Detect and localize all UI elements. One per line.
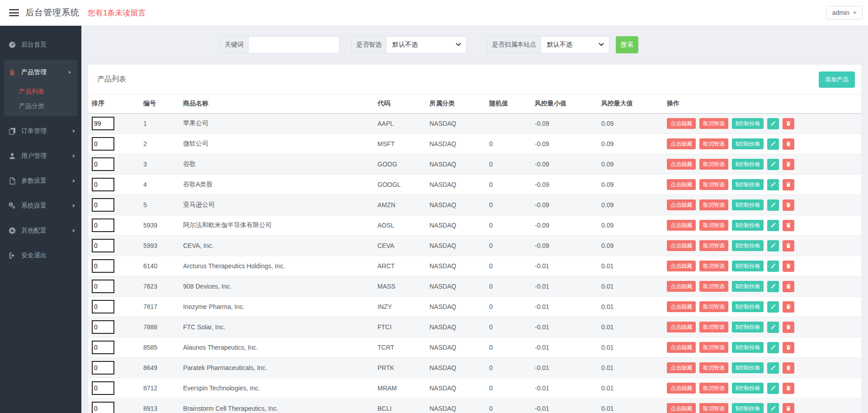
site-select[interactable]: 默认不选 — [541, 37, 609, 53]
hide-button[interactable]: 点击隐藏 — [667, 220, 696, 231]
cancel-smart-button[interactable]: 取消智选 — [699, 403, 728, 413]
edit-button[interactable] — [767, 118, 779, 129]
control-price-button[interactable]: $控制价格 — [732, 362, 764, 373]
control-price-button[interactable]: $控制价格 — [732, 220, 764, 231]
sidebar-item-product-management[interactable]: B 产品管理 — [4, 60, 77, 85]
delete-button[interactable] — [783, 322, 794, 333]
cancel-smart-button[interactable]: 取消智选 — [699, 240, 728, 251]
add-product-button[interactable]: 添加产品 — [819, 71, 855, 88]
sort-input[interactable] — [92, 117, 114, 130]
delete-button[interactable] — [783, 281, 794, 292]
hide-button[interactable]: 点击隐藏 — [667, 362, 696, 373]
sort-input[interactable] — [92, 300, 114, 313]
sort-input[interactable] — [92, 402, 114, 413]
sort-input[interactable] — [92, 239, 114, 252]
edit-button[interactable] — [767, 199, 779, 211]
delete-button[interactable] — [783, 138, 794, 150]
hide-button[interactable]: 点击隐藏 — [667, 403, 696, 413]
edit-button[interactable] — [767, 179, 779, 190]
cancel-smart-button[interactable]: 取消智选 — [699, 138, 728, 149]
edit-button[interactable] — [767, 138, 779, 150]
hide-button[interactable]: 点击隐藏 — [667, 159, 696, 170]
search-button[interactable]: 搜索 — [616, 36, 638, 53]
delete-button[interactable] — [783, 342, 794, 353]
sidebar-item-dashboard[interactable]: 后台首页 — [0, 32, 81, 57]
cancel-smart-button[interactable]: 取消智选 — [699, 322, 728, 332]
cancel-smart-button[interactable]: 取消智选 — [699, 199, 728, 210]
sidebar-item-user-management[interactable]: 用户管理 — [0, 143, 81, 168]
control-price-button[interactable]: $控制价格 — [732, 118, 764, 129]
hide-button[interactable]: 点击隐藏 — [667, 383, 696, 394]
hide-button[interactable]: 点击隐藏 — [667, 199, 696, 210]
edit-button[interactable] — [767, 322, 779, 333]
hamburger-icon[interactable] — [9, 9, 19, 16]
edit-button[interactable] — [767, 301, 779, 313]
control-price-button[interactable]: $控制价格 — [732, 179, 764, 190]
control-price-button[interactable]: $控制价格 — [732, 403, 764, 413]
sidebar-item-order-management[interactable]: 订单管理 — [0, 119, 81, 143]
sidebar-item-system-settings[interactable]: 系统设置 — [0, 193, 81, 218]
control-price-button[interactable]: $控制价格 — [732, 281, 764, 292]
delete-button[interactable] — [783, 301, 794, 313]
delete-button[interactable] — [783, 159, 794, 170]
cancel-smart-button[interactable]: 取消智选 — [699, 362, 728, 373]
cancel-smart-button[interactable]: 取消智选 — [699, 301, 728, 312]
hide-button[interactable]: 点击隐藏 — [667, 118, 696, 129]
delete-button[interactable] — [783, 179, 794, 190]
edit-button[interactable] — [767, 240, 779, 252]
cancel-smart-button[interactable]: 取消智选 — [699, 159, 728, 170]
hide-button[interactable]: 点击隐藏 — [667, 322, 696, 332]
edit-button[interactable] — [767, 220, 779, 231]
edit-button[interactable] — [767, 403, 779, 413]
sort-input[interactable] — [92, 361, 114, 375]
edit-button[interactable] — [767, 362, 779, 374]
control-price-button[interactable]: $控制价格 — [732, 301, 764, 312]
control-price-button[interactable]: $控制价格 — [732, 261, 764, 271]
sort-input[interactable] — [92, 381, 114, 395]
hide-button[interactable]: 点击隐藏 — [667, 138, 696, 149]
control-price-button[interactable]: $控制价格 — [732, 199, 764, 210]
sidebar-item-product-list[interactable]: 产品列表 — [4, 85, 77, 99]
sort-input[interactable] — [92, 137, 114, 151]
sort-input[interactable] — [92, 320, 114, 334]
cancel-smart-button[interactable]: 取消智选 — [699, 118, 728, 129]
cancel-smart-button[interactable]: 取消智选 — [699, 342, 728, 353]
delete-button[interactable] — [783, 220, 794, 231]
edit-button[interactable] — [767, 342, 779, 353]
hide-button[interactable]: 点击隐藏 — [667, 179, 696, 190]
cancel-smart-button[interactable]: 取消智选 — [699, 383, 728, 394]
sidebar-item-product-category[interactable]: 产品分类 — [4, 99, 77, 114]
delete-button[interactable] — [783, 403, 794, 413]
sidebar-item-parameter-settings[interactable]: 参数设置 — [0, 168, 81, 193]
sort-input[interactable] — [92, 280, 114, 293]
hide-button[interactable]: 点击隐藏 — [667, 281, 696, 292]
sort-input[interactable] — [92, 198, 114, 212]
control-price-button[interactable]: $控制价格 — [732, 240, 764, 251]
cancel-smart-button[interactable]: 取消智选 — [699, 179, 728, 190]
delete-button[interactable] — [783, 199, 794, 211]
hide-button[interactable]: 点击隐藏 — [667, 301, 696, 312]
sort-input[interactable] — [92, 157, 114, 171]
smart-select[interactable]: 默认不选 — [387, 37, 466, 53]
user-dropdown[interactable]: admin — [826, 6, 863, 19]
edit-button[interactable] — [767, 261, 779, 272]
control-price-button[interactable]: $控制价格 — [732, 342, 764, 353]
delete-button[interactable] — [783, 240, 794, 252]
control-price-button[interactable]: $控制价格 — [732, 159, 764, 170]
sort-input[interactable] — [92, 178, 114, 191]
cancel-smart-button[interactable]: 取消智选 — [699, 281, 728, 292]
sort-input[interactable] — [92, 259, 114, 273]
cancel-smart-button[interactable]: 取消智选 — [699, 261, 728, 271]
hide-button[interactable]: 点击隐藏 — [667, 261, 696, 271]
cancel-smart-button[interactable]: 取消智选 — [699, 220, 728, 231]
delete-button[interactable] — [783, 261, 794, 272]
unread-message-notice[interactable]: 您有1条未读留言 — [88, 8, 146, 18]
edit-button[interactable] — [767, 159, 779, 170]
delete-button[interactable] — [783, 362, 794, 374]
control-price-button[interactable]: $控制价格 — [732, 322, 764, 332]
control-price-button[interactable]: $控制价格 — [732, 383, 764, 394]
hide-button[interactable]: 点击隐藏 — [667, 240, 696, 251]
sort-input[interactable] — [92, 218, 114, 232]
sidebar-item-logout[interactable]: 安全退出 — [0, 243, 81, 268]
edit-button[interactable] — [767, 281, 779, 292]
